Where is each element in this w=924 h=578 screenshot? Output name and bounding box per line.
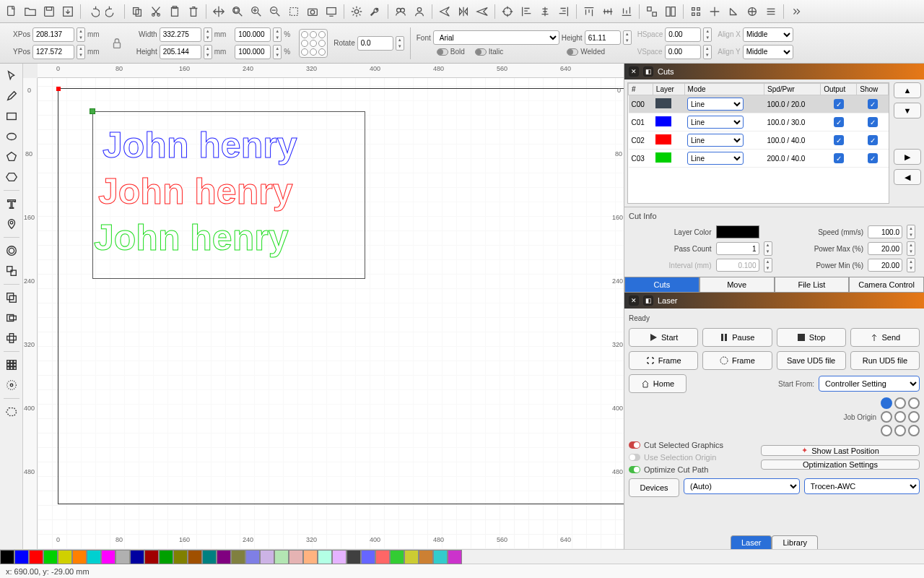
tab-camera[interactable]: Camera Control — [849, 277, 924, 293]
output-check[interactable]: ✓ — [834, 117, 844, 127]
ring-tool-icon[interactable] — [2, 241, 21, 260]
anchor-grid[interactable] — [299, 29, 328, 58]
col-num[interactable]: # — [629, 84, 653, 95]
welded-toggle[interactable]: Welded — [567, 48, 605, 56]
frame-square-button[interactable]: Frame — [629, 351, 698, 370]
palette-color[interactable] — [419, 550, 433, 564]
vspace-input[interactable] — [665, 45, 701, 59]
text-layer-blue[interactable]: John henry — [103, 124, 297, 166]
circle-tool-icon[interactable] — [2, 127, 21, 146]
cuts-dock-icon[interactable]: ◧ — [643, 66, 653, 77]
stop-button[interactable]: Stop — [777, 328, 846, 347]
radial-tool-icon[interactable] — [2, 376, 21, 394]
layer-left-button[interactable]: ◀ — [894, 169, 921, 185]
pen-tool-icon[interactable] — [2, 87, 21, 105]
align-center-icon[interactable] — [536, 3, 554, 20]
arr5-icon[interactable] — [725, 3, 742, 20]
target-icon[interactable] — [499, 3, 516, 20]
arr3-icon[interactable] — [687, 3, 705, 20]
palette-color[interactable] — [144, 550, 159, 564]
polygon5-tool-icon[interactable] — [2, 147, 21, 166]
save-ud5-button[interactable]: Save UD5 file — [777, 351, 846, 370]
palette-color[interactable] — [303, 550, 318, 564]
startfrom-select[interactable]: Controller Setting — [819, 376, 920, 392]
col-out[interactable]: Output — [821, 84, 857, 95]
cuts-row[interactable]: C01Line100.0 / 30.0✓✓ — [629, 113, 889, 131]
cut-icon[interactable] — [147, 3, 165, 20]
bool2-tool-icon[interactable] — [2, 309, 21, 327]
output-check[interactable]: ✓ — [834, 99, 844, 109]
rect-tool-icon[interactable] — [2, 107, 21, 126]
palette-color[interactable] — [130, 550, 144, 564]
zoom-out-icon[interactable] — [266, 3, 284, 20]
col-show[interactable]: Show — [857, 84, 889, 95]
controller-select[interactable]: Trocen-AWC — [804, 478, 920, 494]
arr7-icon[interactable] — [762, 3, 780, 20]
xpos-spinner[interactable]: ▲▼ — [77, 27, 85, 42]
palette-color[interactable] — [72, 550, 87, 564]
open-icon[interactable] — [22, 3, 39, 20]
job-origin-grid[interactable] — [881, 397, 920, 436]
mirror-h-icon[interactable] — [455, 3, 472, 20]
group-tool-icon[interactable] — [2, 262, 21, 280]
palette-color[interactable] — [101, 550, 116, 564]
palette-color[interactable] — [404, 550, 419, 564]
bool1-tool-icon[interactable] — [2, 288, 21, 307]
output-check[interactable]: ✓ — [834, 153, 844, 163]
laser-dock-icon[interactable]: ◧ — [643, 296, 653, 306]
devices-button[interactable]: Devices — [629, 478, 679, 497]
col-sp[interactable]: Spd/Pwr — [764, 84, 821, 95]
output-check[interactable]: ✓ — [834, 135, 844, 145]
align-left-icon[interactable] — [518, 3, 535, 20]
show-last-button[interactable]: ✦Show Last Position — [761, 445, 920, 456]
select-tool-icon[interactable] — [2, 66, 21, 85]
ypos-input[interactable] — [32, 45, 74, 59]
bold-toggle[interactable]: Bold — [437, 48, 465, 56]
mode-select[interactable]: Line — [687, 116, 744, 129]
undo-icon[interactable] — [84, 3, 102, 20]
show-check[interactable]: ✓ — [868, 135, 878, 145]
palette-color[interactable] — [58, 550, 72, 564]
pause-button[interactable]: Pause — [702, 328, 772, 347]
palette-color[interactable] — [361, 550, 375, 564]
show-check[interactable]: ✓ — [868, 153, 878, 163]
laser-close-icon[interactable]: ✕ — [629, 296, 639, 306]
ypos-spinner[interactable]: ▲▼ — [77, 45, 85, 59]
gear-icon[interactable] — [348, 3, 365, 20]
start-button[interactable]: Start — [629, 328, 698, 347]
tab-move[interactable]: Move — [699, 277, 775, 293]
bottab-library[interactable]: Library — [772, 535, 818, 549]
bool3-tool-icon[interactable] — [2, 329, 21, 348]
import-icon[interactable] — [59, 3, 77, 20]
rotate-input[interactable] — [357, 36, 393, 51]
aligny-select[interactable]: Middle — [743, 45, 793, 59]
tab-cuts[interactable]: Cuts — [624, 277, 699, 293]
arr6-icon[interactable] — [744, 3, 761, 20]
align-right-icon[interactable] — [555, 3, 572, 20]
alignx-select[interactable]: Middle — [743, 27, 793, 42]
polygon6-tool-icon[interactable] — [2, 168, 21, 186]
dist-bot-icon[interactable] — [618, 3, 635, 20]
layer-color-swatch[interactable] — [716, 225, 759, 238]
cuts-row[interactable]: C03Line200.0 / 40.0✓✓ — [629, 150, 889, 168]
bottab-laser[interactable]: Laser — [731, 535, 772, 549]
speed-input[interactable] — [868, 225, 902, 238]
palette-color[interactable] — [173, 550, 188, 564]
palette-color[interactable] — [0, 550, 14, 564]
text-tool-icon[interactable] — [2, 194, 21, 213]
dist-mid-icon[interactable] — [599, 3, 616, 20]
palette-color[interactable] — [260, 550, 274, 564]
tab-filelist[interactable]: File List — [775, 277, 850, 293]
layer-down-button[interactable]: ▼ — [894, 103, 921, 118]
mode-select[interactable]: Line — [687, 152, 744, 165]
cuts-row[interactable]: C02Line100.0 / 40.0✓✓ — [629, 131, 889, 150]
frame-circle-button[interactable]: Frame — [702, 351, 772, 370]
device-auto-select[interactable]: (Auto) — [684, 478, 800, 494]
new-icon[interactable] — [3, 3, 20, 20]
palette-color[interactable] — [448, 550, 462, 564]
palette-color[interactable] — [346, 550, 361, 564]
layer-up-button[interactable]: ▲ — [894, 82, 921, 98]
pmin-input[interactable] — [868, 259, 902, 272]
palette-color[interactable] — [14, 550, 29, 564]
mode-select[interactable]: Line — [687, 134, 744, 147]
